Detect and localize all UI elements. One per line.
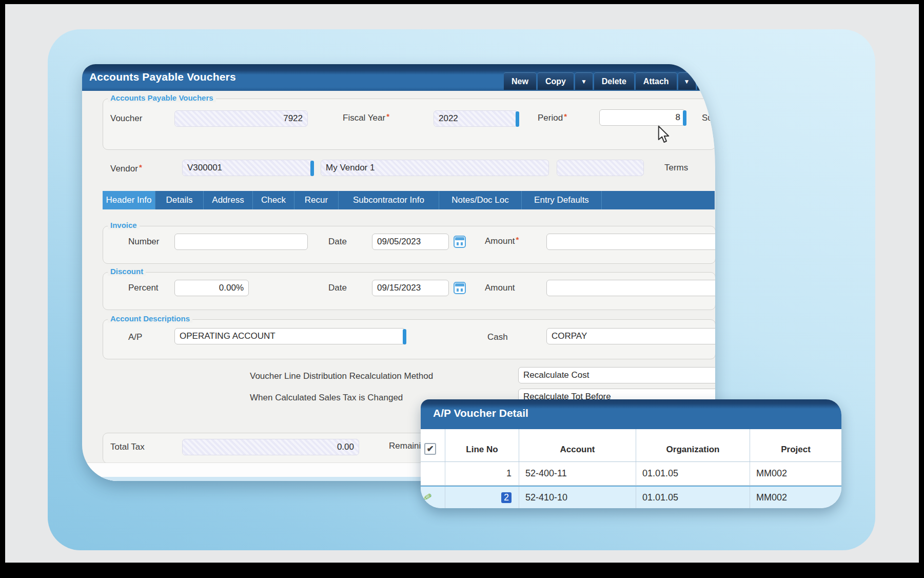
tab-details[interactable]: Details bbox=[155, 191, 204, 209]
account-cell[interactable]: 52-410-10 bbox=[519, 487, 636, 508]
tab-header-info[interactable]: Header Info bbox=[103, 191, 155, 209]
voucher-label: Voucher bbox=[110, 113, 142, 124]
period-label: Period* bbox=[538, 112, 567, 123]
copy-dropdown-arrow-icon[interactable]: ▼ bbox=[575, 72, 593, 90]
table-row[interactable]: 1 52-400-11 01.01.05 MM002 bbox=[421, 462, 841, 486]
discount-percent-label: Percent bbox=[128, 283, 159, 293]
new-button[interactable]: New bbox=[504, 72, 536, 90]
tab-bar: Header Info Details Address Check Recur … bbox=[103, 191, 715, 209]
total-tax-label: Total Tax bbox=[110, 442, 145, 452]
required-star-icon: * bbox=[386, 112, 389, 121]
field-caret-icon bbox=[516, 111, 519, 127]
invoice-number-input[interactable] bbox=[174, 234, 308, 250]
discount-percent-input[interactable]: 0.00% bbox=[174, 280, 249, 296]
period-field[interactable]: 8 bbox=[599, 109, 685, 126]
detail-title: A/P Voucher Detail bbox=[433, 407, 528, 419]
required-star-icon: * bbox=[139, 163, 142, 171]
vendor-extra-field[interactable] bbox=[557, 160, 644, 176]
invoice-date-label: Date bbox=[328, 237, 347, 247]
tab-bar-filler bbox=[602, 191, 715, 209]
field-caret-icon bbox=[310, 161, 314, 176]
recalc-method-select[interactable]: Recalculate Cost bbox=[518, 367, 715, 383]
window-title: Accounts Payable Vouchers bbox=[89, 71, 236, 83]
discount-date-label: Date bbox=[328, 283, 347, 293]
discount-amount-input[interactable] bbox=[546, 280, 715, 296]
tab-check[interactable]: Check bbox=[253, 191, 294, 209]
fiscal-year-field[interactable]: 2022 bbox=[434, 110, 518, 127]
line-no-cell[interactable]: 2 bbox=[445, 487, 519, 508]
window-titlebar: Accounts Payable Vouchers New Copy ▼ Del… bbox=[82, 64, 715, 91]
ap-account-field[interactable]: OPERATING ACCOUNT bbox=[174, 328, 405, 344]
select-all-checkbox[interactable]: ✔ bbox=[424, 443, 436, 455]
detail-titlebar: A/P Voucher Detail bbox=[421, 399, 841, 429]
tab-address[interactable]: Address bbox=[204, 191, 253, 209]
column-header-project[interactable]: Project bbox=[750, 429, 841, 462]
invoice-amount-label: Amount* bbox=[485, 235, 519, 246]
calendar-icon[interactable] bbox=[454, 282, 466, 294]
line-no-cell[interactable]: 1 bbox=[445, 462, 519, 485]
copy-button[interactable]: Copy bbox=[538, 72, 574, 90]
tab-recur[interactable]: Recur bbox=[294, 191, 339, 209]
field-caret-icon bbox=[403, 329, 406, 344]
field-caret-icon bbox=[683, 110, 686, 126]
organization-cell[interactable]: 01.01.05 bbox=[636, 487, 750, 508]
screenshot-frame: Accounts Payable Vouchers New Copy ▼ Del… bbox=[0, 0, 924, 578]
fiscal-year-label: Fiscal Year* bbox=[343, 112, 389, 123]
project-cell[interactable]: MM002 bbox=[750, 487, 841, 508]
column-header-organization[interactable]: Organization bbox=[636, 429, 750, 462]
required-star-icon: * bbox=[516, 235, 519, 244]
required-star-icon: * bbox=[564, 112, 567, 121]
window-toolbar: New Copy ▼ Delete Attach ▼ Email A bbox=[504, 72, 715, 90]
tab-notes-doc-loc[interactable]: Notes/Doc Loc bbox=[439, 191, 522, 209]
tab-subcontractor-info[interactable]: Subcontractor Info bbox=[339, 191, 439, 209]
invoice-number-label: Number bbox=[128, 237, 159, 247]
discount-amount-label: Amount bbox=[485, 283, 515, 293]
discount-group-label: Discount bbox=[108, 267, 146, 276]
selected-line-no: 2 bbox=[501, 492, 512, 503]
sales-tax-changed-label: When Calculated Sales Tax is Changed bbox=[250, 393, 403, 403]
table-row-selected[interactable]: ✎ 2 52-410-10 01.01.05 MM002 bbox=[421, 486, 841, 508]
vendor-name-field[interactable]: My Vendor 1 bbox=[321, 160, 549, 176]
invoice-group-label: Invoice bbox=[108, 221, 140, 229]
tab-entry-defaults[interactable]: Entry Defaults bbox=[522, 191, 602, 209]
recalc-method-label: Voucher Line Distribution Recalculation … bbox=[250, 371, 433, 381]
total-tax-field[interactable]: 0.00 bbox=[182, 439, 359, 455]
column-header-account[interactable]: Account bbox=[519, 429, 636, 462]
row-select-cell[interactable] bbox=[421, 462, 445, 485]
account-cell[interactable]: 52-400-11 bbox=[519, 462, 636, 485]
account-descriptions-group-label: Account Descriptions bbox=[108, 314, 192, 323]
ap-account-label: A/P bbox=[128, 332, 142, 342]
delete-button[interactable]: Delete bbox=[594, 72, 634, 90]
ap-voucher-detail-window: A/P Voucher Detail ✔ Line No Account Org… bbox=[421, 399, 841, 508]
organization-cell[interactable]: 01.01.05 bbox=[636, 462, 750, 485]
calendar-icon[interactable] bbox=[454, 236, 466, 248]
vendor-code-field[interactable]: V300001 bbox=[182, 160, 313, 176]
invoice-amount-input[interactable] bbox=[546, 234, 715, 250]
project-cell[interactable]: MM002 bbox=[750, 462, 841, 485]
invoice-date-input[interactable]: 09/05/2023 bbox=[372, 234, 449, 250]
voucher-field[interactable]: 7922 bbox=[174, 110, 308, 127]
cash-account-label: Cash bbox=[487, 332, 508, 342]
attach-button[interactable]: Attach bbox=[636, 72, 677, 90]
header-group-label: Accounts Payable Vouchers bbox=[108, 93, 216, 102]
discount-date-input[interactable]: 09/15/2023 bbox=[372, 280, 449, 296]
select-all-cell: ✔ bbox=[421, 429, 445, 462]
column-header-line-no[interactable]: Line No bbox=[445, 429, 519, 462]
mouse-cursor-icon bbox=[657, 125, 672, 146]
cash-account-field[interactable]: CORPAY bbox=[546, 328, 715, 344]
terms-label: Terms bbox=[664, 163, 688, 173]
detail-table-header: ✔ Line No Account Organization Project bbox=[421, 429, 841, 462]
vendor-label: Vendor* bbox=[110, 163, 142, 174]
